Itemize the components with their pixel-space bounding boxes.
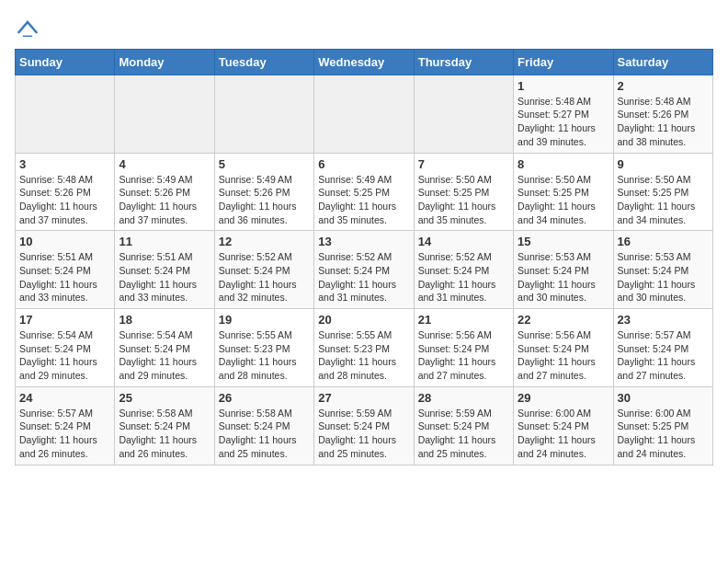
calendar-cell: 16Sunrise: 5:53 AM Sunset: 5:24 PM Dayli… <box>613 231 712 309</box>
day-info: Sunrise: 5:57 AM Sunset: 5:24 PM Dayligh… <box>19 407 110 461</box>
calendar-cell: 15Sunrise: 5:53 AM Sunset: 5:24 PM Dayli… <box>514 231 613 309</box>
day-info: Sunrise: 5:49 AM Sunset: 5:26 PM Dayligh… <box>219 173 310 227</box>
calendar-cell <box>16 75 115 153</box>
weekday-header-cell: Thursday <box>414 49 513 75</box>
day-number: 8 <box>518 157 609 171</box>
day-info: Sunrise: 5:58 AM Sunset: 5:24 PM Dayligh… <box>119 407 210 461</box>
day-info: Sunrise: 5:49 AM Sunset: 5:26 PM Dayligh… <box>119 173 210 227</box>
day-info: Sunrise: 5:48 AM Sunset: 5:27 PM Dayligh… <box>518 95 609 149</box>
day-number: 9 <box>618 157 709 171</box>
calendar-cell <box>414 75 513 153</box>
calendar-cell: 9Sunrise: 5:50 AM Sunset: 5:25 PM Daylig… <box>613 153 712 231</box>
day-info: Sunrise: 6:00 AM Sunset: 5:25 PM Dayligh… <box>618 407 709 461</box>
day-number: 10 <box>19 235 110 248</box>
day-number: 21 <box>418 313 509 327</box>
calendar-cell: 17Sunrise: 5:54 AM Sunset: 5:24 PM Dayli… <box>16 309 115 387</box>
day-number: 23 <box>618 313 709 327</box>
calendar-cell: 30Sunrise: 6:00 AM Sunset: 5:25 PM Dayli… <box>613 386 712 465</box>
day-number: 25 <box>119 391 210 405</box>
day-info: Sunrise: 5:50 AM Sunset: 5:25 PM Dayligh… <box>418 173 509 227</box>
day-info: Sunrise: 5:56 AM Sunset: 5:24 PM Dayligh… <box>418 328 509 383</box>
calendar-cell: 25Sunrise: 5:58 AM Sunset: 5:24 PM Dayli… <box>115 386 214 465</box>
day-number: 24 <box>19 391 110 405</box>
day-number: 15 <box>518 235 609 248</box>
logo-text <box>15 18 39 41</box>
day-number: 7 <box>418 157 509 171</box>
calendar-cell: 18Sunrise: 5:54 AM Sunset: 5:24 PM Dayli… <box>115 309 214 387</box>
day-info: Sunrise: 5:59 AM Sunset: 5:24 PM Dayligh… <box>318 407 409 461</box>
day-info: Sunrise: 5:50 AM Sunset: 5:25 PM Dayligh… <box>618 173 709 227</box>
day-number: 22 <box>518 313 609 327</box>
calendar-cell <box>214 75 313 153</box>
day-info: Sunrise: 5:50 AM Sunset: 5:25 PM Dayligh… <box>518 173 609 227</box>
day-info: Sunrise: 5:59 AM Sunset: 5:24 PM Dayligh… <box>418 407 509 461</box>
page-header <box>15 15 713 41</box>
day-number: 17 <box>19 313 110 327</box>
calendar-week-row: 10Sunrise: 5:51 AM Sunset: 5:24 PM Dayli… <box>16 231 713 309</box>
day-number: 29 <box>518 391 609 405</box>
day-info: Sunrise: 5:51 AM Sunset: 5:24 PM Dayligh… <box>119 250 210 304</box>
calendar-cell: 7Sunrise: 5:50 AM Sunset: 5:25 PM Daylig… <box>414 153 513 231</box>
day-info: Sunrise: 5:54 AM Sunset: 5:24 PM Dayligh… <box>19 328 110 383</box>
day-number: 12 <box>219 235 310 248</box>
day-info: Sunrise: 5:53 AM Sunset: 5:24 PM Dayligh… <box>518 250 609 304</box>
calendar-cell <box>115 75 214 153</box>
calendar-cell: 24Sunrise: 5:57 AM Sunset: 5:24 PM Dayli… <box>16 386 115 465</box>
calendar-cell <box>314 75 414 153</box>
calendar-cell: 8Sunrise: 5:50 AM Sunset: 5:25 PM Daylig… <box>514 153 613 231</box>
day-info: Sunrise: 5:51 AM Sunset: 5:24 PM Dayligh… <box>19 250 110 304</box>
day-info: Sunrise: 5:52 AM Sunset: 5:24 PM Dayligh… <box>418 250 509 304</box>
weekday-header-cell: Friday <box>514 49 613 75</box>
day-info: Sunrise: 5:48 AM Sunset: 5:26 PM Dayligh… <box>19 173 110 227</box>
calendar-cell: 12Sunrise: 5:52 AM Sunset: 5:24 PM Dayli… <box>214 231 313 309</box>
calendar-cell: 6Sunrise: 5:49 AM Sunset: 5:25 PM Daylig… <box>314 153 414 231</box>
logo <box>15 18 39 41</box>
calendar-cell: 10Sunrise: 5:51 AM Sunset: 5:24 PM Dayli… <box>16 231 115 309</box>
calendar-week-row: 24Sunrise: 5:57 AM Sunset: 5:24 PM Dayli… <box>16 386 713 465</box>
day-info: Sunrise: 5:57 AM Sunset: 5:24 PM Dayligh… <box>618 328 709 383</box>
day-info: Sunrise: 6:00 AM Sunset: 5:24 PM Dayligh… <box>518 407 609 461</box>
calendar-cell: 23Sunrise: 5:57 AM Sunset: 5:24 PM Dayli… <box>613 309 712 387</box>
weekday-header-row: SundayMondayTuesdayWednesdayThursdayFrid… <box>16 49 713 75</box>
calendar-cell: 14Sunrise: 5:52 AM Sunset: 5:24 PM Dayli… <box>414 231 513 309</box>
day-number: 13 <box>318 235 409 248</box>
day-info: Sunrise: 5:53 AM Sunset: 5:24 PM Dayligh… <box>618 250 709 304</box>
day-info: Sunrise: 5:52 AM Sunset: 5:24 PM Dayligh… <box>318 250 409 304</box>
calendar-cell: 21Sunrise: 5:56 AM Sunset: 5:24 PM Dayli… <box>414 309 513 387</box>
calendar-cell: 27Sunrise: 5:59 AM Sunset: 5:24 PM Dayli… <box>314 386 414 465</box>
calendar-table: SundayMondayTuesdayWednesdayThursdayFrid… <box>15 49 713 465</box>
calendar-cell: 4Sunrise: 5:49 AM Sunset: 5:26 PM Daylig… <box>115 153 214 231</box>
day-info: Sunrise: 5:52 AM Sunset: 5:24 PM Dayligh… <box>219 250 310 304</box>
day-info: Sunrise: 5:48 AM Sunset: 5:26 PM Dayligh… <box>618 95 709 149</box>
day-number: 2 <box>618 79 709 93</box>
calendar-cell: 2Sunrise: 5:48 AM Sunset: 5:26 PM Daylig… <box>613 75 712 153</box>
day-number: 30 <box>618 391 709 405</box>
calendar-cell: 11Sunrise: 5:51 AM Sunset: 5:24 PM Dayli… <box>115 231 214 309</box>
calendar-body: 1Sunrise: 5:48 AM Sunset: 5:27 PM Daylig… <box>16 75 713 465</box>
weekday-header-cell: Tuesday <box>214 49 313 75</box>
calendar-cell: 28Sunrise: 5:59 AM Sunset: 5:24 PM Dayli… <box>414 386 513 465</box>
day-number: 4 <box>119 157 210 171</box>
day-number: 5 <box>219 157 310 171</box>
day-number: 11 <box>119 235 210 248</box>
day-number: 20 <box>318 313 409 327</box>
calendar-cell: 20Sunrise: 5:55 AM Sunset: 5:23 PM Dayli… <box>314 309 414 387</box>
calendar-cell: 3Sunrise: 5:48 AM Sunset: 5:26 PM Daylig… <box>16 153 115 231</box>
day-info: Sunrise: 5:55 AM Sunset: 5:23 PM Dayligh… <box>219 328 310 383</box>
calendar-cell: 13Sunrise: 5:52 AM Sunset: 5:24 PM Dayli… <box>314 231 414 309</box>
calendar-cell: 29Sunrise: 6:00 AM Sunset: 5:24 PM Dayli… <box>514 386 613 465</box>
day-number: 26 <box>219 391 310 405</box>
logo-icon <box>17 18 39 37</box>
weekday-header-cell: Sunday <box>16 49 115 75</box>
day-info: Sunrise: 5:58 AM Sunset: 5:24 PM Dayligh… <box>219 407 310 461</box>
weekday-header-cell: Saturday <box>613 49 712 75</box>
calendar-cell: 26Sunrise: 5:58 AM Sunset: 5:24 PM Dayli… <box>214 386 313 465</box>
day-number: 3 <box>19 157 110 171</box>
day-number: 14 <box>418 235 509 248</box>
calendar-cell: 22Sunrise: 5:56 AM Sunset: 5:24 PM Dayli… <box>514 309 613 387</box>
day-number: 1 <box>518 79 609 93</box>
calendar-cell: 1Sunrise: 5:48 AM Sunset: 5:27 PM Daylig… <box>514 75 613 153</box>
day-number: 27 <box>318 391 409 405</box>
day-info: Sunrise: 5:54 AM Sunset: 5:24 PM Dayligh… <box>119 328 210 383</box>
day-number: 28 <box>418 391 509 405</box>
